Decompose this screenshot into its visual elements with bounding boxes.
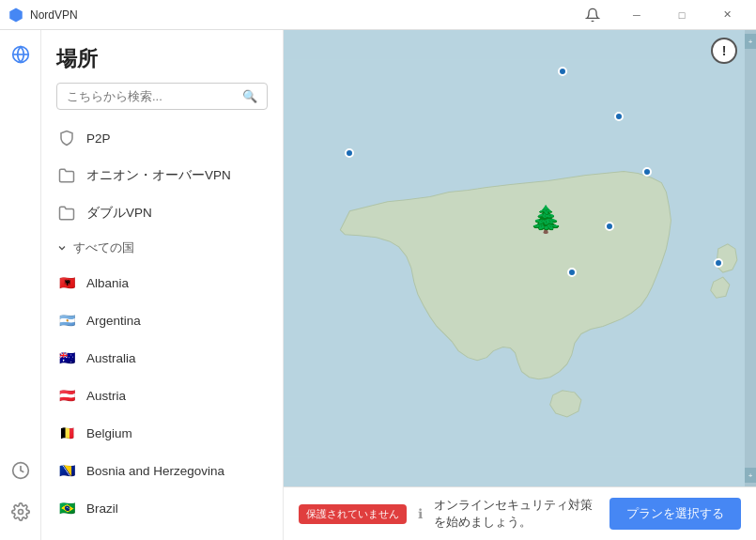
argentina-label: Argentina (86, 314, 141, 328)
map-svg (284, 30, 756, 486)
bottom-bar: 保護されていません ℹ オンラインセキュリティ対策を始めましょう。 プランを選択… (284, 486, 756, 540)
list-item-albania[interactable]: 🇦🇱 Albania (41, 264, 283, 301)
globe-icon (11, 45, 30, 64)
list-item-australia[interactable]: 🇦🇺 Australia (41, 339, 283, 377)
list-item-double-vpn[interactable]: ダブルVPN (41, 194, 283, 232)
list-item-austria[interactable]: 🇦🇹 Austria (41, 377, 283, 414)
settings-icon-item[interactable] (4, 495, 38, 529)
australia-flag: 🇦🇺 (56, 347, 77, 368)
list-item-argentina[interactable]: 🇦🇷 Argentina (41, 301, 283, 339)
bosnia-flag: 🇧🇦 (56, 460, 77, 481)
brazil-label: Brazil (86, 501, 118, 516)
shield-icon (58, 130, 75, 147)
belgium-label: Belgium (86, 426, 132, 440)
folder-icon-onion (58, 167, 75, 184)
list-item-p2p[interactable]: P2P (41, 119, 283, 157)
chevron-down-icon (56, 242, 68, 254)
window-controls: ─ □ ✕ (615, 0, 748, 30)
rail-bottom (4, 454, 38, 540)
close-button[interactable]: ✕ (705, 0, 748, 30)
onion-vpn-label: オニオン・オーバーVPN (86, 167, 231, 184)
argentina-flag: 🇦🇷 (56, 310, 77, 331)
list-item-bulgaria[interactable]: 🇧🇬 Bulgaria (41, 527, 283, 540)
app-logo: NordVPN (8, 7, 578, 23)
bosnia-label: Bosnia and Herzegovina (86, 464, 224, 478)
locations-nav-icon[interactable] (4, 38, 38, 71)
list-item-bosnia[interactable]: 🇧🇦 Bosnia and Herzegovina (41, 452, 283, 489)
folder-icon-double (58, 205, 75, 222)
belgium-flag: 🇧🇪 (56, 423, 77, 443)
main-layout: 場所 🔍 P2P (0, 30, 756, 540)
bulgaria-flag: 🇧🇬 (56, 535, 77, 540)
svg-point-3 (18, 510, 23, 515)
bell-icon (585, 8, 600, 23)
icon-rail (0, 30, 41, 540)
double-vpn-icon (56, 203, 77, 224)
p2p-label: P2P (86, 131, 111, 146)
map-dot-nz[interactable] (714, 258, 723, 268)
list-item-brazil[interactable]: 🇧🇷 Brazil (41, 489, 283, 527)
search-icon: 🔍 (242, 89, 257, 103)
austria-label: Austria (86, 389, 126, 403)
search-input[interactable] (67, 89, 237, 103)
nordvpn-logo-icon (8, 7, 24, 23)
map-scrollbar[interactable]: + + (745, 30, 756, 486)
title-bar: NordVPN ─ □ ✕ (0, 0, 756, 30)
recent-icon[interactable] (4, 454, 38, 487)
plan-select-button[interactable]: プランを選択する (609, 498, 741, 530)
map-dot-southeast[interactable] (567, 268, 577, 277)
map-area: 🌲 ! + + (284, 30, 756, 486)
locations-title: 場所 (56, 45, 268, 73)
info-icon[interactable]: ℹ (418, 506, 423, 521)
scroll-down-button[interactable]: + (745, 468, 756, 483)
albania-label: Albania (86, 276, 129, 290)
info-exclamation-button[interactable]: ! (711, 38, 737, 64)
notification-bell[interactable] (578, 0, 608, 30)
minimize-button[interactable]: ─ (615, 0, 658, 30)
map-dot-north[interactable] (558, 67, 567, 76)
locations-panel: 場所 🔍 P2P (41, 30, 284, 540)
status-badge: 保護されていません (299, 504, 407, 524)
austria-flag: 🇦🇹 (56, 385, 77, 406)
locations-header: 場所 🔍 (41, 30, 283, 119)
brazil-flag: 🇧🇷 (56, 498, 77, 518)
p2p-icon (56, 128, 77, 148)
albania-flag: 🇦🇱 (56, 272, 77, 293)
scroll-up-button[interactable]: + (745, 34, 756, 49)
map-tree-icon: 🌲 (530, 204, 563, 235)
maximize-button[interactable]: □ (660, 0, 703, 30)
list-item-onion-vpn[interactable]: オニオン・オーバーVPN (41, 157, 283, 194)
list-item-belgium[interactable]: 🇧🇪 Belgium (41, 414, 283, 452)
app-title: NordVPN (30, 8, 78, 22)
clock-icon (11, 461, 30, 480)
bottom-info-text: オンラインセキュリティ対策を始めましょう。 (434, 497, 598, 531)
settings-icon (11, 502, 30, 521)
all-countries-label: すべての国 (73, 239, 134, 256)
double-vpn-label: ダブルVPN (86, 205, 152, 222)
onion-vpn-icon (56, 165, 77, 186)
all-countries-section[interactable]: すべての国 (41, 232, 283, 264)
search-box[interactable]: 🔍 (56, 83, 268, 110)
locations-list: P2P オニオン・オーバーVPN ダブルVPN (41, 119, 283, 540)
australia-label: Australia (86, 351, 136, 365)
